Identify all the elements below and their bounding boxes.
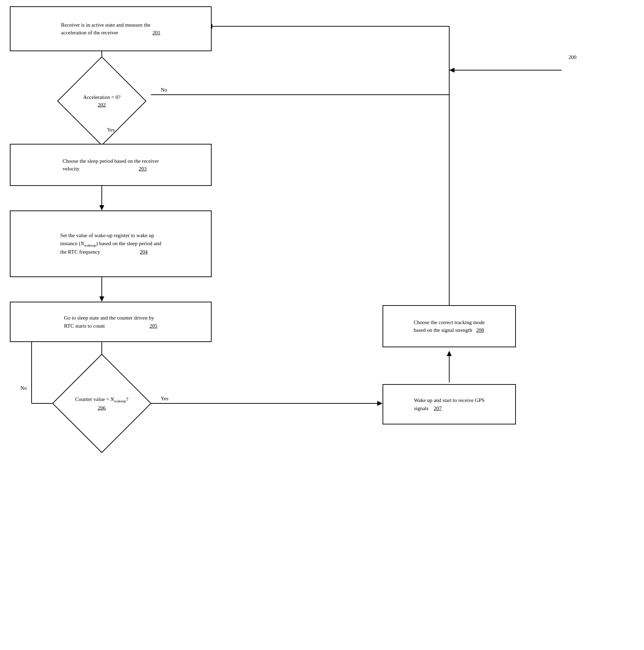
label-200: 200 <box>569 54 577 60</box>
box-208-text2: based on the signal strength 208 <box>414 326 485 334</box>
box-207: Wake up and start to receive GPS signals… <box>383 384 516 424</box>
flowchart-diagram: 200 Receiver is in active state and meas… <box>0 0 644 650</box>
box-203: Choose the sleep period based on the rec… <box>10 144 212 186</box>
box-204-text2: instance (Nwakeup) based on the sleep pe… <box>60 240 161 248</box>
box-204: Set the value of wake-up register to wak… <box>10 210 212 277</box>
box-208-ref: 208 <box>476 327 484 333</box>
diamond-206-ref: 206 <box>98 405 106 410</box>
box-201-text1: Receiver is in active state and measure … <box>61 21 160 29</box>
box-207-text2: signals 207 <box>414 404 484 413</box>
box-205: Go to sleep state and the counter driven… <box>10 302 212 342</box>
box-207-ref: 207 <box>434 406 442 411</box>
box-208-text1: Choose the correct tracking mode <box>414 319 485 327</box>
box-203-ref: 203 <box>139 166 147 172</box>
svg-marker-7 <box>99 296 104 302</box>
box-203-text2: velocity 203 <box>62 165 159 173</box>
box-204-ref: 204 <box>140 249 148 255</box>
label-yes-202: Yes <box>107 127 115 133</box>
box-204-text1: Set the value of wake-up register to wak… <box>60 232 161 240</box>
box-204-text3: the RTC frequency 204 <box>60 248 161 256</box>
box-201: Receiver is in active state and measure … <box>10 6 212 51</box>
box-205-text1: Go to sleep state and the counter driven… <box>64 314 157 322</box>
box-207-text1: Wake up and start to receive GPS <box>414 396 484 404</box>
svg-marker-15 <box>377 401 383 406</box>
diamond-202-ref: 202 <box>98 102 106 108</box>
diamond-202-text: Acceleration = 0? <box>83 93 121 101</box>
box-203-text1: Choose the sleep period based on the rec… <box>62 157 159 165</box>
diamond-206-text1: Counter value = Nwakeup? <box>67 395 137 404</box>
box-201-ref: 201 <box>152 30 160 35</box>
label-no-top: No <box>161 87 167 93</box>
box-205-text2: RTC starts to count 205 <box>64 322 157 330</box>
svg-marker-17 <box>447 351 452 356</box>
svg-marker-5 <box>99 205 104 210</box>
label-no-206: No <box>20 385 27 391</box>
svg-marker-24 <box>449 68 454 73</box>
diamond-202: Acceleration = 0? 202 <box>46 75 158 126</box>
diamond-206: Counter value = Nwakeup? 206 <box>46 372 158 435</box>
box-208: Choose the correct tracking mode based o… <box>383 305 516 347</box>
label-yes-206: Yes <box>161 396 168 402</box>
box-201-text2: acceleration of the receiver 201 <box>61 29 160 37</box>
box-205-ref: 205 <box>150 323 158 329</box>
